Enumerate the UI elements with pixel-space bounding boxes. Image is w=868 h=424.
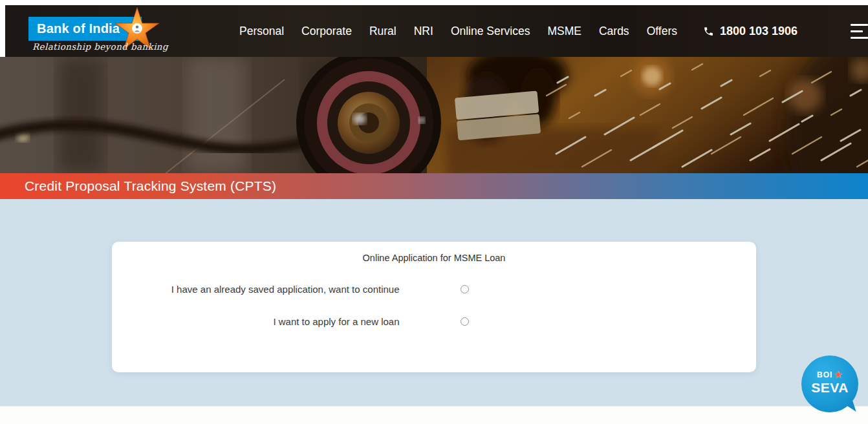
nav-item-msme[interactable]: MSME bbox=[547, 25, 581, 38]
seva-star-icon: ★ bbox=[834, 370, 843, 379]
nav-item-nri[interactable]: NRI bbox=[414, 25, 433, 38]
loan-application-card: Online Application for MSME Loan I have … bbox=[112, 242, 756, 372]
phone-number: 1800 103 1906 bbox=[720, 25, 797, 38]
boi-seva-chat-widget[interactable]: BOI ★ SEVA bbox=[801, 355, 858, 412]
card-title: Online Application for MSME Loan bbox=[112, 253, 756, 263]
footer-strip bbox=[0, 406, 868, 424]
chat-bubble: BOI ★ SEVA bbox=[801, 355, 858, 412]
nav-item-cards[interactable]: Cards bbox=[599, 25, 629, 38]
hero-image bbox=[0, 57, 868, 173]
logo-tagline: Relationship beyond banking bbox=[32, 41, 168, 52]
helpline-phone[interactable]: 1800 103 1906 bbox=[703, 25, 797, 38]
nav-item-online-services[interactable]: Online Services bbox=[451, 25, 530, 38]
option-row-saved-application: I have an already saved application, wan… bbox=[112, 284, 756, 295]
top-navigation-bar: Bank of India Relationship beyond bankin… bbox=[5, 5, 868, 57]
main-nav: Personal Corporate Rural NRI Online Serv… bbox=[239, 25, 677, 38]
page-title-bar: Credit Proposal Tracking System (CPTS) bbox=[0, 173, 868, 199]
seva-label: SEVA bbox=[811, 380, 849, 396]
nav-item-rural[interactable]: Rural bbox=[369, 25, 396, 38]
page: Bank of India Relationship beyond bankin… bbox=[0, 0, 868, 424]
radio-saved-application[interactable] bbox=[461, 285, 469, 293]
new-loan-label[interactable]: I want to apply for a new loan bbox=[112, 316, 461, 327]
saved-application-label[interactable]: I have an already saved application, wan… bbox=[112, 284, 461, 295]
content-area: Online Application for MSME Loan I have … bbox=[0, 199, 868, 406]
bank-of-india-logo[interactable]: Bank of India Relationship beyond bankin… bbox=[26, 5, 162, 57]
nav-item-offers[interactable]: Offers bbox=[647, 25, 677, 38]
phone-icon bbox=[703, 26, 714, 37]
hero-banner bbox=[0, 57, 868, 173]
nav-item-corporate[interactable]: Corporate bbox=[301, 25, 352, 38]
seva-brand: BOI bbox=[817, 370, 832, 379]
option-row-new-loan: I want to apply for a new loan bbox=[112, 316, 756, 327]
nav-item-personal[interactable]: Personal bbox=[239, 25, 284, 38]
radio-new-loan[interactable] bbox=[461, 317, 469, 326]
page-title: Credit Proposal Tracking System (CPTS) bbox=[0, 178, 276, 194]
hamburger-menu-icon[interactable] bbox=[851, 21, 868, 41]
